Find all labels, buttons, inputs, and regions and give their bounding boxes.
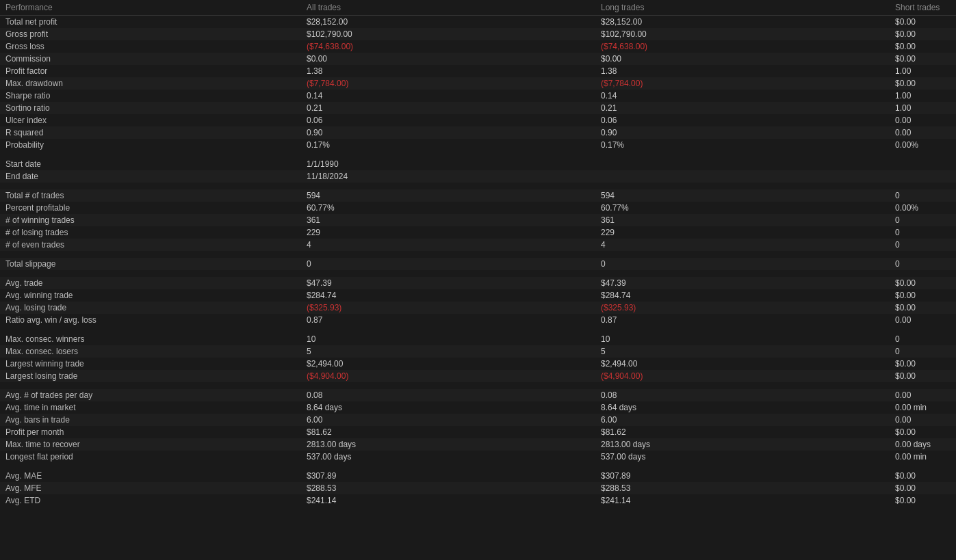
row-all-value: 0.87 [301,314,595,326]
row-all-value: 1.38 [301,65,595,77]
row-long-value [595,158,890,170]
row-short-value: 0.00 [890,126,956,139]
row-short-value: 1.00 [890,102,956,114]
row-label: Avg. bars in trade [0,414,301,426]
header-all-trades: All trades [301,0,595,16]
row-short-value: 1.00 [890,90,956,102]
row-all-value: 594 [301,189,595,202]
gap-row [0,463,956,470]
table-row: Ulcer index0.060.060.00 [0,114,956,126]
row-short-value: 0.00 min [890,451,956,463]
row-label: Avg. MAE [0,470,301,482]
row-label: Ulcer index [0,114,301,126]
row-long-value: 594 [595,189,890,202]
row-short-value: 0.00 days [890,438,956,451]
row-all-value: ($4,904.00) [301,370,595,382]
header-short-trades: Short trades [890,0,956,16]
table-row: Percent profitable60.77%60.77%0.00% [0,202,956,214]
table-row: Avg. winning trade$284.74$284.74$0.00 [0,289,956,302]
row-all-value: $307.89 [301,470,595,482]
header-performance: Performance [0,0,301,16]
row-label: Max. drawdown [0,77,301,90]
row-long-value: 4 [595,239,890,251]
row-all-value: 2813.00 days [301,438,595,451]
row-label: Sharpe ratio [0,90,301,102]
row-all-value: 0.08 [301,389,595,401]
performance-table-container: Performance All trades Long trades Short… [0,0,956,560]
row-all-value: 1/1/1990 [301,158,595,170]
row-short-value: 0.00% [890,139,956,151]
row-label: Avg. trade [0,277,301,289]
row-long-value: 0.21 [595,102,890,114]
row-short-value: 0 [890,226,956,239]
row-all-value: 8.64 days [301,401,595,414]
table-row: Total slippage000 [0,258,956,270]
row-label: Avg. winning trade [0,289,301,302]
row-all-value: $28,152.00 [301,16,595,29]
table-row: Largest winning trade$2,494.00$2,494.00$… [0,358,956,370]
row-long-value: $0.00 [595,53,890,65]
table-row: Avg. losing trade($325.93)($325.93)$0.00 [0,302,956,314]
row-long-value: $81.62 [595,426,890,438]
row-label: Percent profitable [0,202,301,214]
row-label: R squared [0,126,301,139]
table-row: R squared0.900.900.00 [0,126,956,139]
performance-table: Performance All trades Long trades Short… [0,0,956,507]
row-all-value: $288.53 [301,482,595,494]
row-all-value: 11/18/2024 [301,170,595,183]
row-long-value: 229 [595,226,890,239]
row-short-value: 0 [890,333,956,345]
row-label: Sortino ratio [0,102,301,114]
row-short-value: $0.00 [890,289,956,302]
row-long-value: 1.38 [595,65,890,77]
row-long-value: 10 [595,333,890,345]
row-long-value: 0.06 [595,114,890,126]
table-row: Total net profit$28,152.00$28,152.00$0.0… [0,16,956,29]
row-long-value: $2,494.00 [595,358,890,370]
row-long-value: $28,152.00 [595,16,890,29]
table-row: Max. drawdown($7,784.00)($7,784.00)$0.00 [0,77,956,90]
row-label: Start date [0,158,301,170]
table-row: Largest losing trade($4,904.00)($4,904.0… [0,370,956,382]
row-label: Gross loss [0,40,301,53]
row-all-value: 0.06 [301,114,595,126]
row-short-value: $0.00 [890,482,956,494]
row-long-value: 0 [595,258,890,270]
row-all-value: 361 [301,214,595,226]
row-short-value: 0 [890,258,956,270]
row-short-value: 0.00 [890,114,956,126]
row-label: Avg. # of trades per day [0,389,301,401]
row-all-value: 537.00 days [301,451,595,463]
row-label: Probability [0,139,301,151]
row-long-value: $241.14 [595,494,890,507]
row-long-value: 0.87 [595,314,890,326]
row-short-value: $0.00 [890,40,956,53]
row-short-value: 0 [890,239,956,251]
row-all-value: 0.21 [301,102,595,114]
row-long-value: ($4,904.00) [595,370,890,382]
row-label: Max. time to recover [0,438,301,451]
row-label: Avg. MFE [0,482,301,494]
table-row: Probability0.17%0.17%0.00% [0,139,956,151]
table-row: Avg. # of trades per day0.080.080.00 [0,389,956,401]
row-short-value: $0.00 [890,77,956,90]
table-row: Ratio avg. win / avg. loss0.870.870.00 [0,314,956,326]
row-all-value: $47.39 [301,277,595,289]
gap-row [0,326,956,333]
table-row: Longest flat period537.00 days537.00 day… [0,451,956,463]
table-row: Max. consec. winners10100 [0,333,956,345]
row-all-value: $2,494.00 [301,358,595,370]
row-short-value [890,170,956,183]
table-row: Gross loss($74,638.00)($74,638.00)$0.00 [0,40,956,53]
gap-row [0,183,956,189]
table-row: Commission$0.00$0.00$0.00 [0,53,956,65]
gap-row [0,270,956,277]
gap-row [0,151,956,158]
row-long-value: 361 [595,214,890,226]
table-row: Avg. ETD$241.14$241.14$0.00 [0,494,956,507]
row-long-value: ($325.93) [595,302,890,314]
row-label: Max. consec. winners [0,333,301,345]
table-row: # of losing trades2292290 [0,226,956,239]
row-short-value: $0.00 [890,494,956,507]
row-label: End date [0,170,301,183]
